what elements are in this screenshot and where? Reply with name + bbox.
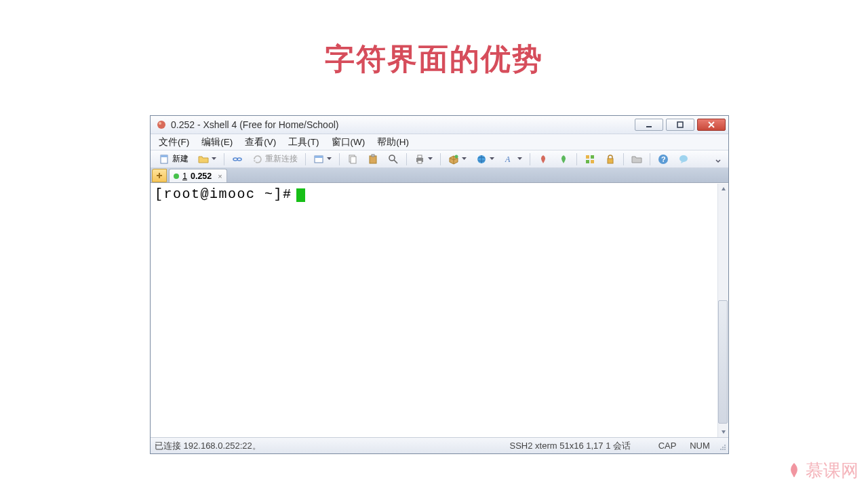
scroll-down-icon[interactable] [718,426,729,437]
scroll-thumb[interactable] [718,300,728,424]
reconnect-icon [252,154,263,165]
menu-bar: 文件(F) 编辑(E) 查看(V) 工具(T) 窗口(W) 帮助(H) [151,134,728,150]
maximize-button[interactable] [666,119,694,131]
globe-icon [476,154,487,165]
svg-point-6 [233,158,237,161]
menu-file[interactable]: 文件(F) [159,136,189,148]
flame-icon [787,462,802,480]
terminal-area[interactable]: [root@imooc ~]# [151,183,728,437]
folder-open-icon [198,154,209,165]
resize-grip-icon[interactable] [716,441,727,451]
chevron-down-icon [327,157,332,161]
svg-rect-18 [418,161,422,163]
folder-icon [631,154,642,165]
help-button[interactable]: ? [654,152,672,167]
chevron-down-icon [715,155,721,163]
new-icon [159,154,170,165]
lock-button[interactable] [601,152,619,167]
app-icon [156,119,167,130]
svg-point-32 [722,447,724,448]
chat-button[interactable] [675,152,692,167]
menu-view[interactable]: 查看(V) [245,136,276,148]
svg-point-1 [159,122,161,125]
menu-window[interactable]: 窗口(W) [332,136,366,148]
session-tab[interactable]: 1 0.252 × [169,169,227,182]
title-bar[interactable]: 0.252 - Xshell 4 (Free for Home/School) [151,116,728,134]
plus-icon [156,172,163,179]
print-button[interactable] [411,152,436,167]
tab-close-button[interactable]: × [218,172,222,180]
print-icon [414,154,425,165]
search-button[interactable] [384,152,402,167]
svg-point-7 [237,158,241,161]
svg-point-0 [157,121,165,129]
tab-index: 1 [182,171,187,181]
svg-text:A: A [505,155,511,164]
window-icon [313,154,324,165]
terminal-prompt: [root@imooc ~]# [155,186,292,202]
properties-button[interactable] [310,152,335,167]
toolbar-separator [339,153,340,165]
svg-rect-13 [372,155,374,157]
copy-button[interactable] [344,152,361,167]
close-button[interactable] [697,119,726,131]
svg-point-29 [679,155,688,162]
svg-rect-25 [591,160,594,163]
run-button[interactable] [555,152,572,167]
font-icon: A [504,154,515,165]
svg-rect-17 [418,155,422,158]
new-button[interactable]: 新建 [156,151,192,167]
svg-point-34 [722,449,724,450]
font-button[interactable]: A [500,152,526,167]
chevron-down-icon [462,157,467,161]
paste-button[interactable] [364,152,382,167]
window-controls [635,119,728,131]
tab-add-button[interactable] [152,169,167,182]
tab-label: 0.252 [191,171,212,181]
menu-edit[interactable]: 编辑(E) [201,136,233,148]
svg-point-33 [724,449,726,450]
box-icon [448,154,459,165]
reconnect-button[interactable]: 重新连接 [249,151,301,167]
status-connection: 已连接 192.168.0.252:22。 [151,440,510,452]
chevron-down-icon [212,157,216,161]
svg-rect-12 [370,156,376,163]
xshell-window: 0.252 - Xshell 4 (Free for Home/School) … [150,115,729,454]
open-button[interactable] [195,152,220,167]
paste-icon [368,154,378,165]
tab-bar: 1 0.252 × [151,168,728,183]
svg-rect-5 [161,155,167,157]
toolbar-separator [576,153,577,165]
search-icon [388,154,399,165]
chevron-down-icon [428,157,433,161]
leaf-red-icon [538,154,549,165]
status-bar: 已连接 192.168.0.252:22。 SSH2 xterm 51x16 1… [151,437,728,453]
svg-rect-26 [608,159,613,163]
svg-rect-22 [586,155,589,159]
script-button[interactable] [534,152,552,167]
folder-button[interactable] [628,152,646,167]
scroll-up-icon[interactable] [718,184,729,195]
transfer-button[interactable] [445,152,470,167]
globe-button[interactable] [473,152,498,167]
toolbar-separator [440,153,441,165]
menu-tools[interactable]: 工具(T) [288,136,319,148]
toolbar-separator [305,153,306,165]
toolbar-separator [224,153,224,165]
toolbar-overflow[interactable] [712,153,724,165]
tile-button[interactable] [581,152,599,167]
svg-point-35 [720,449,722,450]
chat-icon [678,154,689,165]
vertical-scrollbar[interactable] [717,184,728,437]
link-button[interactable] [229,152,246,167]
svg-line-15 [394,160,397,163]
toolbar: 新建 重新连接 A ? [151,150,728,168]
minimize-button[interactable] [635,119,663,131]
window-title: 0.252 - Xshell 4 (Free for Home/School) [171,119,338,130]
help-icon: ? [658,154,669,165]
grid-icon [585,154,595,165]
slide-title: 字符界面的优势 [0,39,868,79]
svg-text:?: ? [661,155,666,163]
toolbar-separator [650,153,650,165]
menu-help[interactable]: 帮助(H) [377,136,409,148]
